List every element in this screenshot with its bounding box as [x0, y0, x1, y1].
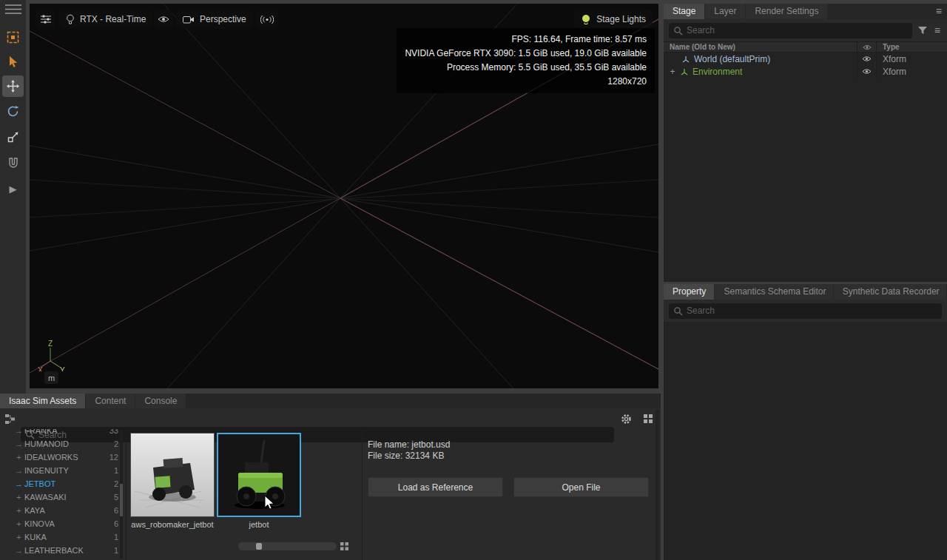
assets-search-input[interactable]	[38, 427, 611, 442]
viewport[interactable]: Z X Y m RTX - Real-Time Perspective Stag…	[30, 4, 658, 388]
tab-console[interactable]: Console	[135, 394, 186, 408]
category-count: 2	[102, 439, 120, 448]
prim-type: Xform	[883, 54, 906, 64]
category-count: 33	[102, 429, 120, 435]
eye-icon	[158, 16, 169, 23]
category-label: INGENUITY	[24, 466, 102, 475]
category-row-idealworks[interactable]: +IDEALWORKS12	[13, 451, 120, 464]
play-icon: ▶	[10, 183, 17, 195]
selection-mode-icon[interactable]	[2, 27, 24, 48]
category-label: KAWASAKI	[24, 493, 102, 502]
scrollbar-thumb[interactable]	[120, 484, 123, 516]
slider-handle[interactable]	[256, 543, 262, 550]
visibility-eye-icon[interactable]	[857, 65, 876, 78]
signal-icon	[260, 15, 274, 24]
thumbnail-grid-icon[interactable]	[340, 542, 349, 553]
category-label: IDEALWORKS	[24, 453, 102, 462]
category-row-franka[interactable]: →FRANKA33	[13, 429, 120, 437]
tab-property[interactable]: Property	[664, 284, 714, 300]
eye-icon	[863, 44, 872, 50]
expand-icon[interactable]: +	[669, 67, 676, 77]
collections-icon[interactable]	[4, 414, 16, 427]
units-label: m	[48, 374, 55, 382]
category-row-kuka[interactable]: +KUKA1	[13, 530, 120, 544]
property-tabbar: Property Semantics Schema Editor Synthet…	[664, 284, 947, 300]
category-expand-icon[interactable]: +	[13, 493, 24, 502]
category-row-ingenuity[interactable]: →INGENUITY1	[13, 464, 120, 477]
category-row-humanoid[interactable]: →HUMANOID2	[13, 437, 120, 451]
stage-options-icon[interactable]: ≡	[933, 23, 942, 38]
play-button[interactable]: ▶	[2, 178, 24, 200]
open-file-button[interactable]: Open File	[513, 477, 649, 497]
assets-scrollbar[interactable]	[656, 410, 659, 560]
property-search	[669, 303, 942, 319]
category-row-leatherback[interactable]: →LEATHERBACK1	[13, 544, 120, 557]
category-row-kawasaki[interactable]: +KAWASAKI5	[13, 490, 120, 504]
asset-thumbnail-aws-robomaker-jetbot[interactable]	[130, 433, 215, 517]
tab-layer[interactable]: Layer	[705, 4, 745, 19]
category-expand-icon[interactable]: +	[13, 519, 24, 528]
waypoint-button[interactable]	[256, 10, 278, 29]
tab-isaac-sim-assets[interactable]: Isaac Sim Assets	[0, 394, 85, 408]
stage-lights-label: Stage Lights	[596, 14, 646, 24]
camera-dropdown[interactable]: Perspective	[176, 10, 253, 29]
scale-tool-icon[interactable]	[2, 126, 24, 147]
category-count: 12	[102, 453, 120, 462]
load-as-reference-button[interactable]: Load as Reference	[368, 477, 503, 497]
category-row-kaya[interactable]: +KAYA6	[13, 504, 120, 517]
category-row-jetbot[interactable]: →JETBOT2	[13, 477, 120, 490]
category-expand-icon[interactable]: →	[13, 439, 24, 448]
stage-panel-menu-icon[interactable]: ≡	[931, 4, 947, 19]
stage-search-input[interactable]	[687, 23, 909, 38]
renderer-dropdown[interactable]: RTX - Real-Time	[59, 10, 152, 29]
tab-synthetic-data-recorder[interactable]: Synthetic Data Recorder	[834, 284, 946, 300]
stage-search	[669, 23, 912, 38]
thumbnail-size-slider[interactable]	[238, 542, 337, 550]
stage-row-environment[interactable]: + Environment Xform	[664, 65, 947, 78]
column-name-header[interactable]: Name (Old to New)	[664, 43, 857, 51]
property-search-input[interactable]	[687, 303, 939, 319]
visibility-menu-button[interactable]	[154, 10, 173, 29]
tab-content[interactable]: Content	[86, 394, 135, 408]
category-expand-icon[interactable]: →	[13, 479, 24, 488]
assets-view-mode-icon[interactable]	[643, 414, 653, 426]
tab-semantics-schema-editor[interactable]: Semantics Schema Editor	[715, 284, 832, 300]
column-visibility-header[interactable]	[857, 42, 876, 52]
tab-stage[interactable]: Stage	[664, 4, 704, 19]
rotate-tool-icon[interactable]	[2, 101, 24, 122]
category-scrollbar[interactable]	[120, 431, 123, 559]
tab-render-settings[interactable]: Render Settings	[746, 4, 827, 19]
category-expand-icon[interactable]: →	[13, 546, 24, 555]
eye-icon	[862, 68, 872, 75]
category-label: HUMANOID	[24, 439, 102, 448]
main-menu-icon[interactable]	[2, 1, 24, 17]
assets-settings-icon[interactable]	[621, 414, 632, 427]
category-row-kinova[interactable]: +KINOVA6	[13, 517, 120, 530]
category-expand-icon[interactable]: +	[13, 453, 24, 462]
viewport-settings-button[interactable]	[36, 10, 55, 29]
category-expand-icon[interactable]: +	[13, 533, 24, 542]
snap-tool-icon[interactable]	[2, 152, 24, 173]
asset-thumbnail-jetbot[interactable]	[217, 433, 301, 517]
stat-process-memory: Process Memory: 5.5 GiB used, 35.5 GiB a…	[405, 61, 647, 75]
prim-type: Xform	[883, 67, 906, 77]
stage-panel: Stage Layer Render Settings ≡ ≡ Name (Ol…	[664, 4, 947, 282]
stage-row-world[interactable]: World (defaultPrim) Xform	[664, 53, 947, 65]
property-panel: Property Semantics Schema Editor Synthet…	[664, 284, 947, 560]
column-type-header[interactable]: Type	[876, 42, 947, 52]
stage-filter-icon[interactable]	[917, 26, 928, 35]
assets-panel: Isaac Sim Assets Content Console →FRANKA…	[0, 394, 661, 560]
stage-lights-button[interactable]: Stage Lights	[574, 10, 653, 29]
stat-gpu-memory: NVIDIA GeForce RTX 3090: 1.5 GiB used, 1…	[405, 47, 647, 61]
category-expand-icon[interactable]: →	[13, 466, 24, 475]
category-expand-icon[interactable]: →	[13, 429, 24, 435]
viewport-stats: FPS: 116.64, Frame time: 8.57 ms NVIDIA …	[397, 28, 655, 93]
category-expand-icon[interactable]: +	[13, 506, 24, 515]
units-badge: m	[44, 371, 58, 384]
select-tool-icon[interactable]	[2, 51, 24, 72]
category-label: KINOVA	[24, 519, 102, 528]
axis-y-label: Y	[60, 366, 65, 371]
jetbot-preview	[218, 434, 300, 516]
visibility-eye-icon[interactable]	[857, 53, 876, 65]
move-tool-icon[interactable]	[2, 75, 24, 97]
